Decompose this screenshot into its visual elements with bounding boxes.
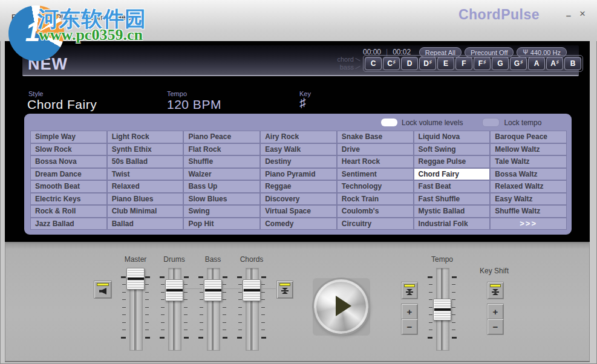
style-cell[interactable]: Bossa Waltz [491,169,566,180]
note-button-b[interactable]: B [564,57,581,70]
style-cell[interactable]: Synth Ethix [108,144,183,155]
style-cell[interactable]: Walzer [184,169,259,180]
style-cell[interactable]: Tale Waltz [491,156,566,167]
note-button-d-sharp[interactable]: D♯ [419,57,436,70]
style-cell[interactable]: Pop Hit [184,218,259,230]
style-cell[interactable]: Slow Rock [31,144,106,155]
style-cell[interactable]: Swing [184,206,259,217]
style-cell[interactable]: Flat Rock [184,144,259,155]
style-cell[interactable]: Easy Waltz [491,193,566,205]
style-cell[interactable]: Coulomb's [338,206,413,217]
style-cell[interactable]: Twist [108,169,183,180]
bass-slider-thumb[interactable] [204,279,222,301]
tempo-reset-button[interactable] [401,282,418,299]
note-button-d[interactable]: D [401,57,418,70]
style-cell[interactable]: Rock Train [338,193,413,205]
tick-mark [200,322,203,323]
style-cell[interactable]: Mystic Ballad [414,206,490,217]
style-cell[interactable]: Liquid Nova [414,131,490,143]
tick-mark [122,322,126,323]
style-cell[interactable]: Bossa Nova [31,156,106,167]
style-cell[interactable]: Chord Fairy [414,169,490,180]
style-cell[interactable]: Piano Pyramid [261,169,336,180]
style-cell[interactable]: Comedy [261,218,336,230]
mixer-panel [5,242,590,361]
style-cell[interactable]: Discovery [261,193,336,205]
style-cell[interactable]: Sentiment [338,169,413,180]
style-cell[interactable]: Reggae [261,181,336,192]
key-shift-plus-button[interactable]: + [487,304,504,320]
style-cell[interactable]: Easy Walk [261,144,336,155]
style-cell[interactable]: Slow Blues [184,193,259,205]
mute-button[interactable] [94,281,112,299]
style-cell[interactable]: Heart Rock [338,156,413,167]
style-cell[interactable]: Circuitry [338,218,413,230]
style-cell[interactable]: Dream Dance [31,169,106,180]
key-shift-minus-button[interactable]: − [487,319,504,335]
tick-mark [161,314,165,315]
style-cell[interactable]: Baroque Peace [491,131,566,143]
style-cell[interactable]: Reggae Pulse [414,156,490,167]
style-cell[interactable]: Simple Way [31,131,106,143]
tick-mark [429,284,432,285]
tempo-minus-button[interactable]: − [401,319,418,335]
style-cell[interactable]: Airy Rock [261,131,336,143]
style-cell[interactable]: Electric Keys [31,193,106,205]
style-cell[interactable]: Club Minimal [108,206,183,217]
lock-volume-checkbox[interactable] [381,119,397,126]
volume-reset-button[interactable] [276,281,293,299]
style-cell[interactable]: Light Rock [108,131,183,143]
tempo-value: 120 BPM [167,97,221,112]
close-button[interactable]: × [576,8,589,21]
master-slider-thumb[interactable] [126,268,145,290]
style-cell[interactable]: Piano Peace [184,131,259,143]
note-button-a[interactable]: A [528,57,545,70]
style-cell[interactable]: Virtual Space [261,206,336,217]
tempo-slider-thumb[interactable] [433,299,451,320]
style-cell[interactable]: Shuffle Waltz [491,206,566,217]
style-cell[interactable]: Jazz Ballad [31,218,106,230]
tick-mark [261,314,265,315]
style-cell[interactable]: Technology [338,181,413,192]
tick-mark [452,337,457,339]
note-button-a-sharp[interactable]: A♯ [546,57,563,70]
note-button-g-sharp[interactable]: G♯ [510,57,527,70]
style-cell[interactable]: Snake Base [338,131,413,143]
minimize-button[interactable]: – [563,8,575,21]
play-button[interactable] [314,279,368,334]
style-cell[interactable]: Destiny [261,156,336,167]
style-cell[interactable]: Soft Swing [414,144,490,155]
style-cell[interactable]: Rock & Roll [31,206,106,217]
lock-tempo-checkbox[interactable] [482,118,500,127]
tick-mark [184,322,188,323]
style-cell[interactable]: Relaxed [108,181,183,192]
style-cell[interactable]: Fast Shuffle [414,193,490,205]
style-value: Chord Fairy [27,97,97,112]
style-grid: Simple WayLight RockPiano PeaceAiry Rock… [30,131,567,230]
note-button-f-sharp[interactable]: F♯ [474,57,491,70]
tempo-plus-button[interactable]: + [401,304,418,320]
style-cell[interactable]: Ballad [108,218,183,230]
style-cell[interactable]: Piano Blues [108,193,183,205]
style-cell[interactable]: 50s Ballad [108,156,183,167]
style-cell[interactable]: Drive [338,144,413,155]
note-button-c-sharp[interactable]: C♯ [383,57,400,70]
tempo-label: Tempo [167,90,187,97]
drums-slider-thumb[interactable] [165,279,183,301]
note-button-f[interactable]: F [455,57,472,70]
style-cell[interactable]: Smooth Beat [31,181,106,192]
style-cell[interactable]: Mellow Waltz [491,144,566,155]
tick-mark [223,307,226,308]
style-cell[interactable]: Fast Beat [414,181,490,192]
style-cell[interactable]: Industrial Folk [414,218,490,230]
session-header: Session NEW 00:00 | 00:02 Repeat All Pre… [22,45,579,76]
more-styles-button[interactable]: >>> [491,218,566,230]
chords-slider-thumb[interactable] [243,279,261,301]
note-button-e[interactable]: E [437,57,454,70]
note-button-c[interactable]: C [365,57,382,70]
style-cell[interactable]: Shuffle [184,156,259,167]
note-button-g[interactable]: G [492,57,509,70]
style-cell[interactable]: Relaxed Waltz [491,181,566,192]
style-cell[interactable]: Bass Up [184,181,259,192]
key-shift-reset-button[interactable] [487,282,504,299]
